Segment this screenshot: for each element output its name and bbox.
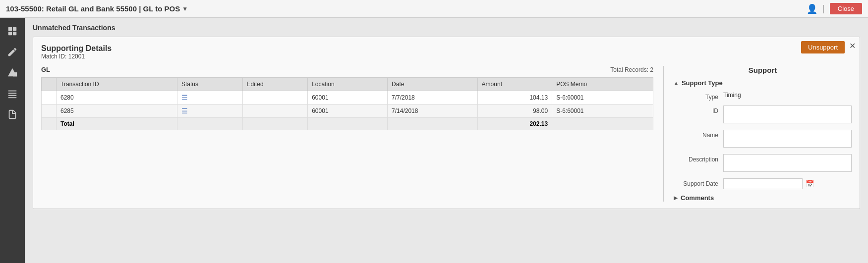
id-label: ID — [674, 105, 718, 114]
sidebar-item-list[interactable] — [2, 84, 22, 103]
comments-expand-icon[interactable]: ▶ — [674, 195, 678, 201]
row2-transaction-id: 6285 — [57, 105, 177, 118]
name-row: Name — [674, 130, 852, 149]
row1-status-icon[interactable]: ☰ — [181, 94, 188, 102]
row1-col0 — [42, 91, 57, 105]
sidebar-item-edit[interactable] — [2, 43, 22, 61]
support-date-label: Support Date — [674, 178, 718, 187]
user-icon[interactable]: 👤 — [807, 3, 817, 14]
gl-label: GL — [41, 66, 50, 73]
row1-edited — [242, 91, 308, 105]
comments-header[interactable]: ▶ Comments — [674, 194, 852, 202]
row1-status[interactable]: ☰ — [177, 91, 242, 105]
col-header-edited: Edited — [242, 78, 308, 91]
col-header-status: Status — [177, 78, 242, 91]
comments-label: Comments — [681, 194, 714, 202]
row2-edited — [242, 105, 308, 118]
description-value — [723, 154, 852, 173]
section-title: Unmatched Transactions — [33, 24, 860, 32]
col-header-date: Date — [388, 78, 478, 91]
footer-amount: 202.13 — [477, 118, 552, 130]
footer-location — [308, 118, 388, 130]
svg-rect-3 — [13, 32, 16, 35]
supporting-details-card: Supporting Details Match ID: 12001 Unsup… — [33, 37, 860, 209]
description-input[interactable] — [723, 154, 852, 172]
top-bar: 103-55500: Retail GL and Bank 55500 | GL… — [0, 0, 868, 18]
id-row: ID — [674, 105, 852, 125]
total-records-value: 2 — [650, 66, 653, 73]
card-title: Supporting Details — [41, 44, 852, 53]
svg-rect-0 — [8, 27, 12, 31]
gl-table: Transaction ID Status Edited Location Da… — [41, 77, 653, 130]
sidebar — [0, 18, 25, 263]
row2-pos-memo: S-6:60001 — [552, 105, 653, 118]
support-panel: Support ▲ Support Type Type Timing ID — [663, 66, 852, 202]
id-input[interactable] — [723, 105, 852, 123]
col-header-transaction-id: Transaction ID — [57, 78, 177, 91]
table-footer-row: Total 202.13 — [42, 118, 653, 130]
row2-col0 — [42, 105, 57, 118]
content-area: Unmatched Transactions Supporting Detail… — [25, 18, 868, 263]
table-row: 6280 ☰ 60001 7/7/2018 104.13 S-6:60001 — [42, 91, 653, 105]
footer-edited — [242, 118, 308, 130]
svg-rect-7 — [8, 93, 17, 94]
svg-rect-6 — [8, 91, 17, 92]
two-column-layout: GL Total Records: 2 Transaction ID Statu… — [41, 66, 852, 202]
top-bar-right: 👤 | Close — [807, 3, 862, 14]
description-label: Description — [674, 154, 718, 163]
footer-date — [388, 118, 478, 130]
support-date-value: 📅 — [723, 178, 852, 189]
support-type-collapse-icon[interactable]: ▲ — [674, 80, 679, 86]
support-type-label: Support Type — [682, 79, 723, 87]
total-records-label: Total Records: — [610, 66, 648, 73]
calendar-icon[interactable]: 📅 — [806, 180, 814, 188]
row1-pos-memo: S-6:60001 — [552, 91, 653, 105]
row2-status[interactable]: ☰ — [177, 105, 242, 118]
sidebar-item-shapes[interactable] — [2, 63, 22, 82]
type-row: Type Timing — [674, 92, 852, 101]
footer-status — [177, 118, 242, 130]
col-header-pos-memo: POS Memo — [552, 78, 653, 91]
support-date-input[interactable] — [723, 178, 803, 189]
col-header-checkbox — [42, 78, 57, 91]
support-title: Support — [674, 66, 852, 74]
page-title: 103-55500: Retail GL and Bank 55500 | GL… — [6, 4, 188, 13]
description-row: Description — [674, 154, 852, 173]
total-records: Total Records: 2 — [610, 66, 653, 73]
name-value — [723, 130, 852, 149]
sidebar-item-dashboard[interactable] — [2, 22, 22, 41]
row2-location: 60001 — [308, 105, 388, 118]
unsupport-button[interactable]: Unsupport — [801, 41, 845, 53]
footer-col0 — [42, 118, 57, 130]
title-chevron[interactable]: ▼ — [182, 5, 188, 12]
row1-transaction-id: 6280 — [57, 91, 177, 105]
date-row: 📅 — [723, 178, 852, 189]
close-button[interactable]: Close — [830, 3, 862, 14]
divider: | — [822, 3, 825, 14]
svg-rect-9 — [8, 97, 17, 98]
card-close-button[interactable]: ✕ — [849, 41, 856, 51]
match-id-label: Match ID: — [41, 53, 66, 60]
gl-panel: GL Total Records: 2 Transaction ID Statu… — [41, 66, 653, 202]
row2-date: 7/14/2018 — [388, 105, 478, 118]
svg-rect-8 — [8, 95, 17, 96]
sidebar-item-doc[interactable] — [2, 105, 22, 124]
svg-rect-2 — [8, 32, 12, 35]
support-type-header[interactable]: ▲ Support Type — [674, 79, 852, 87]
col-header-amount: Amount — [477, 78, 552, 91]
type-value: Timing — [723, 92, 852, 99]
row1-amount: 104.13 — [477, 91, 552, 105]
match-id-value: 12001 — [68, 53, 85, 60]
footer-label: Total — [57, 118, 177, 130]
footer-pos-memo — [552, 118, 653, 130]
table-header-row: Transaction ID Status Edited Location Da… — [42, 78, 653, 91]
match-id: Match ID: 12001 — [41, 53, 852, 60]
main-layout: Unmatched Transactions Supporting Detail… — [0, 18, 868, 263]
name-input[interactable] — [723, 130, 852, 148]
support-date-row: Support Date 📅 — [674, 178, 852, 189]
type-label: Type — [674, 92, 718, 101]
row2-amount: 98.00 — [477, 105, 552, 118]
title-text: 103-55500: Retail GL and Bank 55500 | GL… — [6, 4, 180, 13]
row1-date: 7/7/2018 — [388, 91, 478, 105]
row2-status-icon[interactable]: ☰ — [181, 107, 188, 115]
